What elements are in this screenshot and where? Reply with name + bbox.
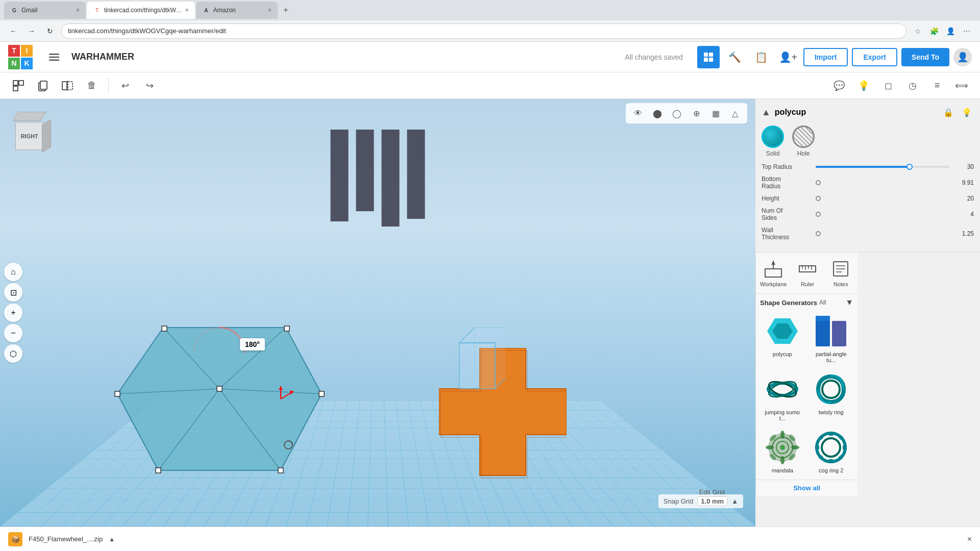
- shapes-grid: polycup partial-angle tu.: [760, 311, 853, 475]
- workplane-tool[interactable]: Workplane: [760, 259, 787, 287]
- export-button[interactable]: Export: [852, 48, 897, 66]
- mirror-button[interactable]: [57, 76, 78, 96]
- browser-tab-active[interactable]: T tinkercad.com/things/dtkW… ×: [87, 2, 195, 19]
- redo-button[interactable]: ↪: [139, 76, 160, 96]
- ruler-label: Ruler: [801, 281, 814, 287]
- forward-button[interactable]: →: [24, 24, 39, 38]
- ruler-tool[interactable]: Ruler: [795, 259, 820, 287]
- user-profile-icon[interactable]: 👤: [943, 24, 958, 38]
- svg-rect-9: [13, 86, 18, 91]
- download-close-icon[interactable]: ×: [967, 535, 972, 544]
- snap-grid-control[interactable]: Snap Grid 1.0 mm ▲: [658, 494, 743, 508]
- menu-icon[interactable]: [47, 50, 61, 64]
- perspective-button[interactable]: ⬡: [4, 344, 22, 363]
- prop-wall-thickness: WallThickness 1.25: [762, 227, 974, 241]
- shape-name-partial: partial-angle tu...: [811, 351, 852, 363]
- shape-item-partial[interactable]: partial-angle tu...: [809, 311, 854, 365]
- shape-tool-2[interactable]: ◷: [902, 76, 923, 96]
- group-button[interactable]: [8, 76, 29, 96]
- slider-thumb[interactable]: [906, 164, 913, 170]
- add-user-button[interactable]: 👤+: [777, 46, 799, 68]
- tab-close-1[interactable]: ×: [76, 7, 80, 14]
- browser-tab-3[interactable]: A Amazon ×: [196, 2, 278, 19]
- viewport[interactable]: RIGHT ⌂ ⊡ + − ⬡ 👁 ⬤ ◯ ⊕ ▦ △: [0, 99, 755, 527]
- refresh-button[interactable]: ↻: [43, 24, 57, 38]
- hole-circle: [792, 126, 815, 148]
- vp-tool-6[interactable]: △: [727, 105, 743, 121]
- url-input[interactable]: tinkercad.com/things/dtkWOGVCgqe-warhamm…: [61, 23, 906, 39]
- tab-close-3[interactable]: ×: [268, 7, 272, 14]
- tab-favicon-3: A: [202, 6, 210, 14]
- tinkercad-logo[interactable]: T I N K: [8, 45, 33, 69]
- home-view-button[interactable]: ⌂: [4, 263, 22, 281]
- axis-arrows: [265, 384, 296, 414]
- solid-type-item[interactable]: Solid: [762, 126, 784, 157]
- svg-point-74: [822, 438, 840, 457]
- back-button[interactable]: ←: [6, 24, 20, 38]
- grid-view-button[interactable]: [697, 46, 720, 68]
- vp-tool-5[interactable]: ▦: [707, 105, 724, 121]
- vp-tool-2[interactable]: ⬤: [649, 105, 666, 121]
- shape-item-mandala[interactable]: mandala: [760, 428, 805, 475]
- lock-button[interactable]: 🔒: [941, 105, 955, 119]
- extensions-icon[interactable]: 🧩: [927, 24, 941, 38]
- sendto-button[interactable]: Send To: [901, 48, 949, 66]
- top-radius-slider[interactable]: [816, 166, 949, 168]
- new-tab-button[interactable]: +: [279, 3, 293, 17]
- svg-point-66: [780, 456, 785, 464]
- fit-view-button[interactable]: ⊡: [4, 283, 22, 302]
- shape-item-cog[interactable]: cog ring 2: [809, 428, 854, 475]
- hammer-button[interactable]: 🔨: [724, 46, 746, 68]
- column-2: [356, 130, 374, 211]
- height-dot[interactable]: [816, 196, 821, 201]
- light-button[interactable]: 💡: [853, 76, 874, 96]
- vp-tool-3[interactable]: ◯: [669, 105, 685, 121]
- copy-button[interactable]: [33, 76, 53, 96]
- bottom-radius-value: 9.91: [958, 179, 974, 186]
- top-radius-value: 30: [958, 163, 974, 170]
- download-expand-icon[interactable]: ▲: [109, 536, 115, 543]
- bottom-radius-label: BottomRadius: [762, 176, 807, 190]
- solid-label: Solid: [766, 150, 780, 157]
- column-3: [382, 130, 400, 227]
- zoom-out-button[interactable]: −: [4, 324, 22, 342]
- zoom-in-button[interactable]: +: [4, 304, 22, 322]
- svg-rect-77: [815, 445, 819, 449]
- tab-title-3: Amazon: [213, 7, 265, 14]
- tab-close-active[interactable]: ×: [185, 7, 189, 14]
- snap-grid-arrow[interactable]: ▲: [731, 497, 738, 505]
- shape-item-jumping[interactable]: jumping sumo t...: [760, 369, 805, 423]
- browser-tab-1[interactable]: G Gmail ×: [4, 2, 86, 19]
- mirror-tool-button[interactable]: ⟺: [951, 76, 972, 96]
- vp-tool-1[interactable]: 👁: [630, 105, 646, 121]
- shape-tool-1[interactable]: ◻: [878, 76, 898, 96]
- show-all-button[interactable]: Show all: [756, 480, 857, 496]
- svg-rect-26: [156, 468, 161, 473]
- delete-button[interactable]: 🗑: [82, 76, 102, 96]
- notes-tool[interactable]: Notes: [828, 259, 853, 287]
- settings-icon[interactable]: ⋯: [960, 24, 974, 38]
- view-cube[interactable]: RIGHT: [10, 109, 51, 150]
- book-button[interactable]: 📋: [750, 46, 773, 68]
- comment-button[interactable]: 💬: [829, 76, 849, 96]
- prop-expand-icon[interactable]: ▲: [762, 107, 771, 118]
- shape-item-polycup[interactable]: polycup: [760, 311, 805, 365]
- logo-k: K: [21, 58, 33, 69]
- shape-item-twisty[interactable]: twisty ring: [809, 369, 854, 423]
- undo-button[interactable]: ↩: [115, 76, 135, 96]
- light-prop-button[interactable]: 💡: [960, 105, 974, 119]
- notes-label: Notes: [834, 281, 848, 287]
- toolbar-sep-1: [108, 78, 109, 93]
- svg-marker-57: [816, 316, 830, 321]
- wall-thickness-dot[interactable]: [816, 231, 821, 236]
- vp-tool-4[interactable]: ⊕: [688, 105, 704, 121]
- shape-thumb-twisty: [813, 371, 849, 407]
- bottom-radius-dot[interactable]: [816, 180, 821, 185]
- user-avatar[interactable]: 👤: [953, 48, 972, 66]
- shape-gen-dropdown[interactable]: ▼: [845, 298, 853, 307]
- import-button[interactable]: Import: [803, 48, 848, 66]
- num-sides-dot[interactable]: [816, 212, 821, 217]
- hole-type-item[interactable]: Hole: [792, 126, 815, 157]
- bookmark-icon[interactable]: ☆: [911, 24, 925, 38]
- align-button[interactable]: ≡: [927, 76, 947, 96]
